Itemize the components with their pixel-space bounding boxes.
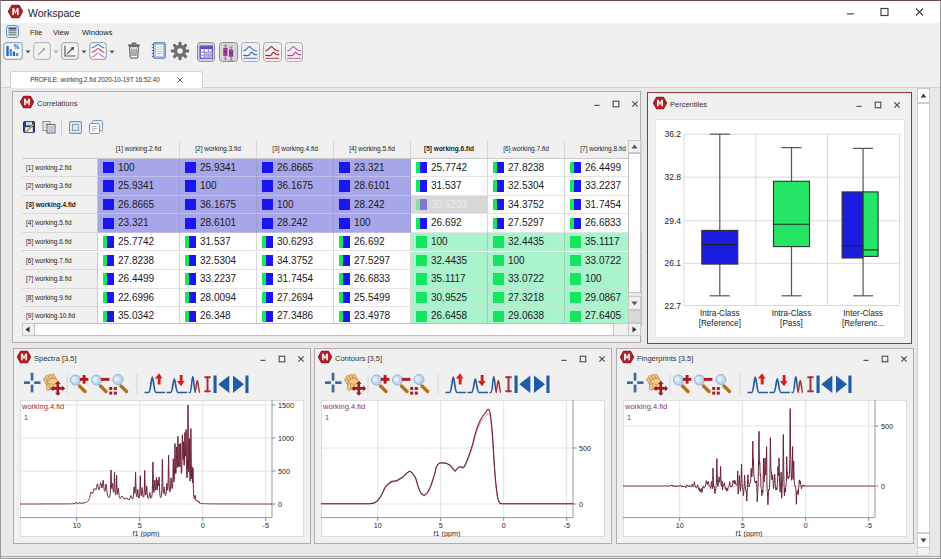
svg-text:f1 (ppm): f1 (ppm) — [434, 529, 461, 538]
svg-text:Intra-Class: Intra-Class — [700, 309, 740, 318]
svg-text:Inter-Class: Inter-Class — [843, 309, 883, 318]
svg-text:0: 0 — [579, 500, 583, 509]
svg-text:26.1: 26.1 — [664, 258, 681, 268]
svg-text:0: 0 — [502, 521, 506, 530]
svg-text:10: 10 — [374, 521, 382, 530]
svg-text:500: 500 — [881, 422, 893, 431]
svg-text:1000: 1000 — [278, 434, 294, 443]
svg-text:500: 500 — [278, 467, 290, 476]
svg-text:[Reference]: [Reference] — [699, 319, 741, 328]
svg-text:36.2: 36.2 — [664, 129, 681, 139]
svg-text:0: 0 — [804, 521, 808, 530]
svg-text:f1 (ppm): f1 (ppm) — [133, 529, 160, 538]
svg-text:32.8: 32.8 — [664, 172, 681, 182]
svg-text:-5: -5 — [563, 521, 569, 530]
svg-text:0: 0 — [881, 482, 885, 491]
svg-text:Intra-Class: Intra-Class — [772, 309, 812, 318]
svg-text:10: 10 — [676, 521, 684, 530]
svg-text:0: 0 — [201, 521, 205, 530]
svg-text:-5: -5 — [865, 521, 871, 530]
svg-text:10: 10 — [73, 521, 81, 530]
svg-text:29.4: 29.4 — [664, 216, 681, 226]
svg-text:1500: 1500 — [278, 401, 294, 410]
svg-text:%: % — [14, 43, 20, 50]
svg-text:[Pass]: [Pass] — [780, 319, 803, 328]
svg-text:[Referenc...: [Referenc... — [842, 319, 884, 328]
svg-text:22.7: 22.7 — [664, 301, 681, 311]
svg-text:f1 (ppm): f1 (ppm) — [736, 529, 763, 538]
svg-text:500: 500 — [579, 444, 591, 453]
svg-text:-5: -5 — [262, 521, 268, 530]
svg-text:0: 0 — [278, 500, 282, 509]
